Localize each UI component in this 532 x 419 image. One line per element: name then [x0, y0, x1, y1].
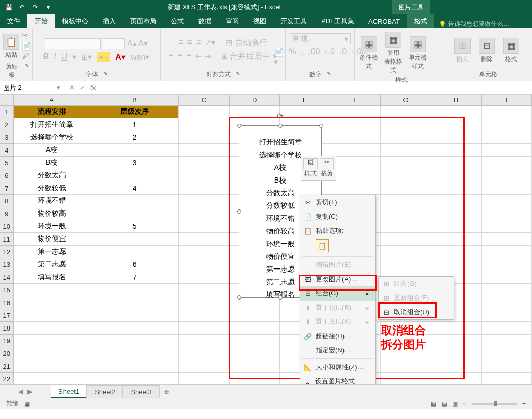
cell[interactable]	[330, 118, 381, 131]
cell[interactable]	[230, 106, 280, 118]
cell[interactable]	[90, 296, 179, 309]
cell[interactable]	[14, 296, 90, 309]
cell[interactable]	[179, 131, 229, 144]
tab-file[interactable]: 文件	[0, 14, 27, 28]
cell[interactable]	[431, 258, 482, 271]
sheet-nav-prev[interactable]: ◀	[18, 387, 23, 395]
cell[interactable]	[330, 144, 381, 157]
name-box[interactable]: 图片 2 ▾	[0, 81, 64, 94]
tab-view[interactable]: 视图	[246, 14, 273, 28]
cell[interactable]	[381, 246, 431, 258]
cell[interactable]	[482, 182, 532, 195]
zoom-slider[interactable]	[472, 403, 517, 405]
cell[interactable]	[14, 347, 90, 360]
tab-template[interactable]: 模板中心	[55, 14, 96, 28]
tab-home[interactable]: 开始	[27, 14, 55, 28]
resize-handle[interactable]	[237, 210, 241, 214]
column-header[interactable]: I	[482, 95, 532, 105]
row-header[interactable]: 7	[0, 182, 14, 195]
cell[interactable]	[431, 182, 482, 195]
cell[interactable]: 流程安排	[14, 106, 90, 118]
cell[interactable]: 5	[90, 220, 179, 233]
sheet-tab-2[interactable]: Sheet2	[87, 385, 123, 398]
new-sheet-button[interactable]: ⊕	[160, 387, 173, 395]
tab-pdf[interactable]: PDF工具集	[314, 14, 361, 28]
cell[interactable]	[90, 335, 179, 347]
cell[interactable]	[381, 195, 431, 207]
row-header[interactable]: 13	[0, 258, 14, 271]
macro-record-icon[interactable]: ▦	[24, 400, 30, 407]
cell[interactable]	[381, 106, 431, 118]
cell[interactable]: B校	[14, 157, 90, 169]
row-header[interactable]: 18	[0, 322, 14, 335]
font-launcher[interactable]: ⬊	[103, 70, 107, 79]
cell[interactable]	[330, 182, 381, 195]
cell[interactable]	[179, 347, 229, 360]
cell[interactable]	[230, 373, 280, 384]
cell[interactable]: 3	[90, 157, 179, 169]
resize-handle[interactable]	[319, 124, 323, 128]
cell[interactable]	[482, 131, 532, 144]
cell[interactable]	[90, 169, 179, 182]
cell[interactable]	[431, 373, 482, 384]
cell[interactable]	[179, 233, 229, 246]
delete-icon[interactable]: ⊟	[479, 38, 495, 54]
cut-icon[interactable]: ✂	[21, 31, 32, 40]
cell[interactable]	[482, 360, 532, 373]
cell[interactable]	[431, 157, 482, 169]
cell[interactable]	[179, 195, 229, 207]
cell[interactable]	[330, 169, 381, 182]
resize-handle[interactable]	[278, 124, 283, 128]
cell[interactable]	[179, 360, 229, 373]
row-header[interactable]: 4	[0, 144, 14, 157]
row-header[interactable]: 1	[0, 106, 14, 118]
row-header[interactable]: 5	[0, 157, 14, 169]
ctx-copy[interactable]: 📄复制(C)	[300, 210, 375, 224]
cell[interactable]	[482, 322, 532, 335]
resize-handle[interactable]	[237, 295, 241, 300]
cell[interactable]	[90, 246, 179, 258]
ctx-cut[interactable]: ✂剪切(T)	[300, 195, 375, 210]
cell[interactable]	[179, 118, 229, 131]
cell[interactable]	[179, 207, 229, 220]
cell[interactable]: 第一志愿	[14, 246, 90, 258]
cell[interactable]	[90, 373, 179, 384]
sheet-tab-3[interactable]: Sheet3	[123, 385, 159, 398]
cell[interactable]	[431, 195, 482, 207]
cell[interactable]	[482, 144, 532, 157]
row-header[interactable]: 21	[0, 360, 14, 373]
cell[interactable]: 层级次序	[90, 106, 179, 118]
cell[interactable]	[179, 258, 229, 271]
row-header[interactable]: 10	[0, 220, 14, 233]
cell[interactable]	[482, 157, 532, 169]
column-header[interactable]: D	[230, 95, 280, 105]
select-all[interactable]	[0, 95, 14, 105]
cell[interactable]	[90, 284, 179, 296]
zoom-in-button[interactable]: +	[522, 400, 526, 407]
cell[interactable]	[431, 335, 482, 347]
row-header[interactable]: 8	[0, 195, 14, 207]
cell[interactable]: A校	[14, 144, 90, 157]
sheet-nav-next[interactable]: ▶	[27, 387, 33, 395]
cell[interactable]	[179, 322, 229, 335]
cell[interactable]	[179, 220, 229, 233]
cell[interactable]	[280, 106, 330, 118]
view-normal-icon[interactable]: ▦	[431, 400, 436, 407]
tab-formulas[interactable]: 公式	[164, 14, 191, 28]
cell[interactable]	[431, 131, 482, 144]
ctx-size-properties[interactable]: 📐大小和属性(Z)…	[300, 360, 375, 374]
cell[interactable]	[431, 322, 482, 335]
resize-handle[interactable]	[278, 295, 283, 300]
row-header[interactable]: 22	[0, 373, 14, 384]
fmt-painter-icon[interactable]: 🖌	[21, 52, 32, 61]
cell[interactable]	[482, 347, 532, 360]
column-header[interactable]: B	[90, 95, 179, 105]
ctx-assign-macro[interactable]: 指定宏(N)…	[300, 343, 375, 357]
cell[interactable]: 4	[90, 182, 179, 195]
column-header[interactable]: E	[280, 95, 330, 105]
cell[interactable]	[482, 373, 532, 384]
tab-pagelayout[interactable]: 页面布局	[123, 14, 164, 28]
formula-input[interactable]	[101, 81, 532, 94]
cell[interactable]: 环境不错	[14, 195, 90, 207]
cell[interactable]	[381, 258, 431, 271]
